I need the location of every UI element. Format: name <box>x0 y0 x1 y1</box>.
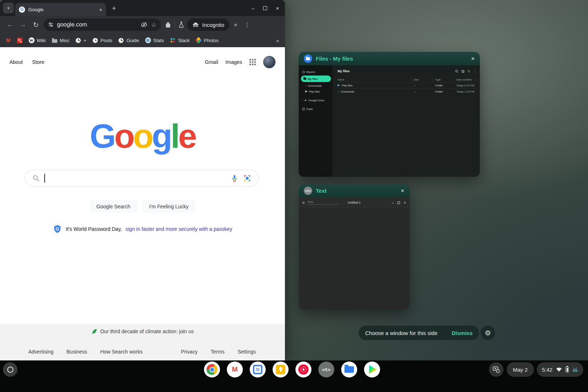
incognito-badge[interactable]: Incognito <box>187 19 229 31</box>
google-apps-grid-icon[interactable] <box>249 59 256 65</box>
status-tray[interactable]: 5:42 <box>537 362 583 377</box>
eye-off-icon[interactable] <box>140 21 148 28</box>
toolbar-overflow-icon[interactable]: » <box>230 21 241 28</box>
sidebar-item-play-files[interactable]: ▶ Play files <box>299 89 332 94</box>
bookmark-item[interactable]: W Stats <box>145 37 164 44</box>
privacy-link[interactable]: Privacy <box>181 349 197 355</box>
search-input[interactable] <box>25 170 259 187</box>
extensions-icon[interactable] <box>164 21 172 28</box>
maximize-button[interactable] <box>397 201 400 204</box>
bookmark-item[interactable]: Slack <box>170 37 190 44</box>
settings-gear-button[interactable]: ⚙ <box>481 326 495 340</box>
bookmark-item[interactable]: M <box>5 37 11 44</box>
overview-text-header[interactable]: <t> Text × <box>299 184 409 197</box>
gmail-icon: M <box>5 37 11 44</box>
sidebar-item-google-drive[interactable]: › ▲ Google Drive <box>299 97 332 103</box>
overview-files-close-icon[interactable]: × <box>471 55 475 62</box>
how-search-works-link[interactable]: How Search works <box>100 349 143 355</box>
close-button[interactable]: × <box>276 5 279 11</box>
bookmarks-overflow-icon[interactable]: » <box>276 37 279 44</box>
site-settings-tune-icon[interactable] <box>48 22 54 28</box>
sidebar-item-recent[interactable]: Recent <box>299 69 332 75</box>
wikipedia-icon: W <box>29 37 34 43</box>
more-menu-icon[interactable]: ⋮ <box>473 70 476 73</box>
overview-files-header[interactable]: Files - My files × <box>299 52 480 65</box>
find-field[interactable]: Find... <box>307 200 339 205</box>
climate-banner: Our third decade of climate action: join… <box>0 328 285 335</box>
back-button[interactable]: ← <box>4 19 16 31</box>
feeling-lucky-button[interactable]: I'm Feeling Lucky <box>142 200 196 213</box>
labs-flask-icon[interactable] <box>178 21 185 28</box>
shelf-item-files[interactable] <box>341 362 357 377</box>
date-display[interactable]: May 2 <box>507 362 534 377</box>
tab-close-icon[interactable]: × <box>99 7 102 13</box>
hamburger-menu-icon[interactable]: ≡ <box>302 200 305 205</box>
search-icon[interactable] <box>455 70 458 73</box>
gmail-link[interactable]: Gmail <box>205 59 219 65</box>
launcher-button[interactable] <box>3 362 17 377</box>
column-name[interactable]: Name <box>338 78 411 81</box>
screen-capture-button[interactable] <box>489 362 503 377</box>
column-size[interactable]: Size <box>411 78 433 81</box>
file-row-play-files[interactable]: ▶Play files -- Folder Today 5:42 PM <box>338 82 476 88</box>
about-link[interactable]: About <box>9 59 23 65</box>
close-button[interactable]: × <box>404 201 406 205</box>
google-lens-icon[interactable] <box>243 174 251 182</box>
file-row-downloads[interactable]: ↓Downloads -- Folder Today 1:23 PM <box>338 88 476 94</box>
view-toggle-icon[interactable] <box>462 70 464 73</box>
shelf-item-chrome[interactable] <box>204 362 220 377</box>
column-date-modified[interactable]: Date modified ↓ <box>454 78 476 81</box>
tab-search-button[interactable]: ▾ <box>3 3 14 13</box>
sidebar-item-trash[interactable]: Trash <box>299 106 332 112</box>
shelf-item-youtube-music[interactable] <box>295 362 311 377</box>
sidebar-item-my-files[interactable]: My files <box>301 75 331 82</box>
passkey-link[interactable]: sign in faster and more securely with a … <box>126 226 232 232</box>
bookmark-item[interactable]: Posts <box>92 37 113 44</box>
business-link[interactable]: Business <box>66 349 87 355</box>
profile-avatar[interactable] <box>263 56 275 68</box>
voice-search-mic-icon[interactable] <box>230 174 238 182</box>
gear-icon: ⚙ <box>485 329 491 337</box>
images-link[interactable]: Images <box>225 59 242 65</box>
tab-google[interactable]: G Google × <box>15 3 106 16</box>
sort-icon[interactable]: ⇅ <box>467 70 470 73</box>
dismiss-button[interactable]: Dismiss <box>452 330 473 336</box>
text-app-editor-area[interactable] <box>299 208 409 310</box>
google-search-button[interactable]: Google Search <box>90 200 137 213</box>
text-app-titlebar[interactable]: ≡ Find... Untitled 1 – × <box>299 197 409 208</box>
minimize-button[interactable]: – <box>392 201 394 205</box>
text-window-controls: – × <box>392 201 406 205</box>
store-link[interactable]: Store <box>32 59 44 65</box>
maximize-button[interactable] <box>263 6 267 10</box>
overview-window-text[interactable]: <t> Text × ≡ Find... Untitled 1 – × <box>299 184 409 310</box>
settings-link[interactable]: Settings <box>237 349 256 355</box>
address-bar[interactable]: google.com ☆ <box>44 19 161 31</box>
bookmark-item[interactable]: Guide <box>118 37 139 44</box>
advertising-link[interactable]: Advertising <box>28 349 53 355</box>
reload-button[interactable]: ↻ <box>30 19 42 31</box>
bookmark-item[interactable]: Photos <box>196 37 219 44</box>
shelf-item-text[interactable]: <t> <box>318 362 334 377</box>
folder-icon <box>52 39 57 43</box>
overview-text-close-icon[interactable]: × <box>401 187 404 195</box>
column-type[interactable]: Type <box>433 78 454 81</box>
files-app-thumbnail[interactable]: Recent My files ↓ Downloads ▶ Play files… <box>299 65 480 177</box>
url-text[interactable]: google.com <box>57 21 137 28</box>
bookmark-star-icon[interactable]: ☆ <box>151 21 156 29</box>
browser-toolbar: ← → ↻ google.com ☆ <box>0 16 285 33</box>
bookmark-item[interactable]: Misc <box>52 37 70 44</box>
overview-window-files[interactable]: Files - My files × Recent My files ↓ Dow… <box>299 52 480 177</box>
minimize-button[interactable]: – <box>252 5 254 11</box>
shelf-item-calendar[interactable]: 31 <box>250 362 266 377</box>
new-tab-button[interactable]: + <box>112 4 116 13</box>
bookmark-item[interactable]: + <box>75 37 86 44</box>
sidebar-item-downloads[interactable]: ↓ Downloads <box>299 83 332 89</box>
forward-button[interactable]: → <box>17 19 29 31</box>
terms-link[interactable]: Terms <box>211 349 224 355</box>
shelf-item-keep[interactable] <box>273 362 289 377</box>
shelf-item-gmail[interactable]: M <box>227 362 243 377</box>
shelf-item-play-store[interactable] <box>364 362 380 377</box>
bookmark-item[interactable] <box>17 38 23 43</box>
browser-menu-kebab-icon[interactable]: ⋮ <box>242 21 253 28</box>
bookmark-item[interactable]: W Wiki <box>28 37 46 44</box>
